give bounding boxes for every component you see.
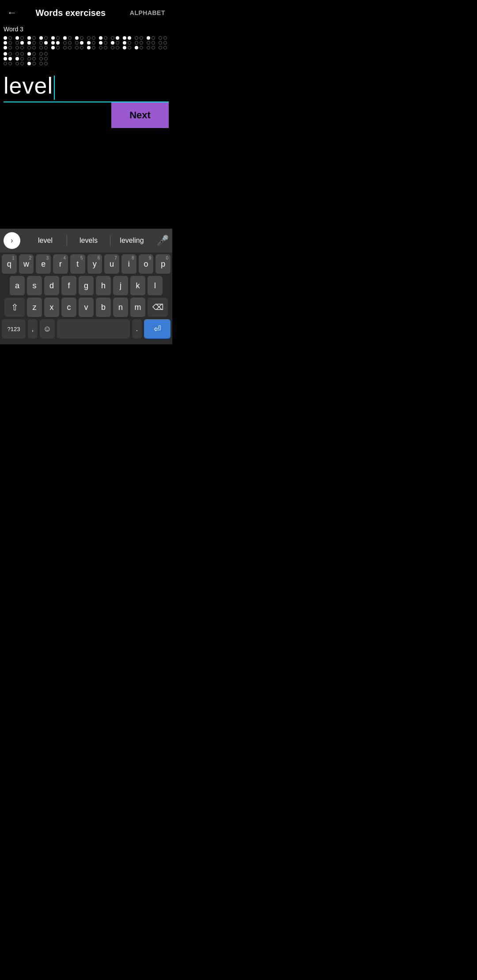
- input-area: level Next: [0, 69, 172, 102]
- braille-char-16: [15, 52, 24, 65]
- key-d[interactable]: d: [44, 276, 59, 295]
- braille-char-8: [87, 36, 95, 49]
- key-c[interactable]: c: [61, 298, 76, 317]
- braille-char-6: [63, 36, 72, 49]
- braille-char-4: [39, 36, 48, 49]
- key-row-1: 1q 2w 3e 4r 5t 6y 7u 8i 9o 0p: [2, 254, 170, 274]
- autocomplete-bar: › level levels leveling 🎤: [0, 229, 172, 253]
- key-p[interactable]: 0p: [155, 254, 170, 274]
- braille-char-3: [27, 36, 36, 49]
- key-i[interactable]: 8i: [121, 254, 136, 274]
- keyboard: › level levels leveling 🎤 1q 2w 3e 4r 5t…: [0, 229, 172, 353]
- key-t[interactable]: 5t: [70, 254, 85, 274]
- autocomplete-word-2[interactable]: levels: [67, 235, 110, 246]
- braille-char-9: [99, 36, 107, 49]
- key-y[interactable]: 6y: [87, 254, 102, 274]
- key-g[interactable]: g: [79, 276, 94, 295]
- braille-char-17: [27, 52, 36, 65]
- page-title: Words exercises: [11, 8, 130, 18]
- key-backspace[interactable]: ⌫: [148, 298, 168, 317]
- key-comma[interactable]: ,: [28, 319, 38, 339]
- braille-char-11: [123, 36, 131, 49]
- key-b[interactable]: b: [96, 298, 111, 317]
- key-j[interactable]: j: [113, 276, 128, 295]
- autocomplete-expand-button[interactable]: ›: [4, 232, 20, 249]
- key-enter[interactable]: ⏎: [144, 319, 170, 339]
- alphabet-button[interactable]: ALPHABET: [130, 9, 165, 16]
- typed-text: level: [4, 73, 53, 98]
- autocomplete-word-3[interactable]: leveling: [110, 235, 153, 246]
- braille-char-12: [135, 36, 143, 49]
- word-input[interactable]: level: [4, 72, 169, 102]
- braille-char-13: [147, 36, 155, 49]
- key-z[interactable]: z: [27, 298, 42, 317]
- word-label: Word 3: [0, 24, 172, 34]
- header: ← Words exercises ALPHABET: [0, 0, 172, 24]
- key-e[interactable]: 3e: [36, 254, 51, 274]
- key-q[interactable]: 1q: [2, 254, 17, 274]
- key-w[interactable]: 2w: [19, 254, 34, 274]
- key-space[interactable]: [57, 319, 130, 339]
- braille-char-5: [51, 36, 60, 49]
- key-row-2: a s d f g h j k l: [2, 276, 170, 295]
- microphone-icon[interactable]: 🎤: [157, 235, 169, 246]
- key-a[interactable]: a: [10, 276, 25, 295]
- braille-char-10: [111, 36, 119, 49]
- key-v[interactable]: v: [79, 298, 94, 317]
- key-m[interactable]: m: [130, 298, 145, 317]
- braille-char-15: [4, 52, 12, 65]
- braille-char-18: [39, 52, 48, 65]
- bottom-bar: [0, 344, 172, 353]
- key-u[interactable]: 7u: [104, 254, 119, 274]
- autocomplete-suggestions: level levels leveling: [24, 235, 153, 246]
- key-o[interactable]: 9o: [139, 254, 154, 274]
- key-row-3: ⇧ z x c v b n m ⌫: [2, 298, 170, 317]
- key-l[interactable]: l: [148, 276, 163, 295]
- key-row-4: ?123 , ☺ . ⏎: [2, 319, 170, 342]
- key-n[interactable]: n: [113, 298, 128, 317]
- braille-char-1: [4, 36, 12, 49]
- braille-char-7: [75, 36, 83, 49]
- key-k[interactable]: k: [130, 276, 145, 295]
- key-h[interactable]: h: [96, 276, 111, 295]
- key-shift[interactable]: ⇧: [4, 298, 25, 317]
- text-cursor: [54, 75, 55, 100]
- chevron-right-icon: ›: [11, 237, 13, 245]
- keyboard-keys: 1q 2w 3e 4r 5t 6y 7u 8i 9o 0p a s d f g …: [0, 253, 172, 342]
- autocomplete-word-1[interactable]: level: [24, 235, 67, 246]
- key-s[interactable]: s: [27, 276, 42, 295]
- next-button[interactable]: Next: [111, 102, 169, 128]
- braille-char-2: [15, 36, 24, 49]
- key-emoji[interactable]: ☺: [40, 319, 55, 339]
- braille-char-14: [159, 36, 167, 49]
- key-period[interactable]: .: [132, 319, 142, 339]
- braille-display: [0, 34, 172, 69]
- key-f[interactable]: f: [61, 276, 76, 295]
- key-123[interactable]: ?123: [2, 319, 26, 339]
- key-r[interactable]: 4r: [53, 254, 68, 274]
- key-x[interactable]: x: [44, 298, 59, 317]
